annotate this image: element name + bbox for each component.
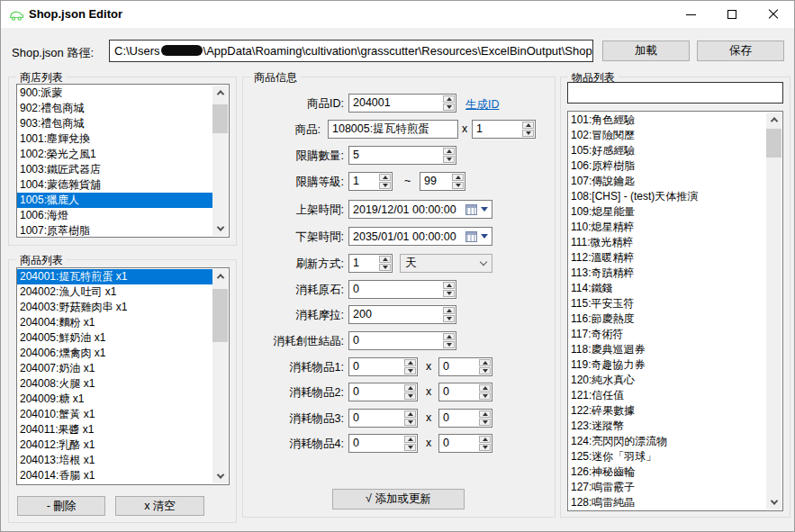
spin-down-button[interactable] — [379, 182, 391, 189]
list-item[interactable]: 204007:奶油 x1 — [17, 361, 213, 376]
spin-up-button[interactable] — [404, 359, 416, 366]
scroll-down-button[interactable] — [212, 469, 228, 483]
calendar-icon[interactable] — [465, 204, 477, 215]
scroll-up-button[interactable] — [212, 269, 228, 284]
list-item[interactable]: 902:禮包商城 — [17, 101, 213, 116]
list-item[interactable]: 128:鳴雷純晶 — [568, 495, 767, 510]
list-item[interactable]: 204011:果醬 x1 — [17, 422, 213, 437]
list-item[interactable]: 112:溫暖精粹 — [568, 250, 767, 266]
spin-up-button[interactable] — [443, 148, 455, 155]
list-item[interactable]: 110:熄星精粹 — [568, 220, 767, 235]
list-item[interactable]: 204004:麵粉 x1 — [17, 315, 213, 330]
spin-down-button[interactable] — [479, 367, 491, 374]
spin-down-button[interactable] — [443, 341, 455, 348]
minimize-button[interactable] — [670, 1, 711, 28]
save-button[interactable]: 保存 — [697, 41, 784, 61]
spin-down-button[interactable] — [452, 182, 464, 189]
spin-down-button[interactable] — [379, 264, 391, 271]
cost-crystal-spinner[interactable]: 0 — [348, 331, 456, 350]
spin-up-button[interactable] — [452, 174, 464, 181]
list-item[interactable]: 117:奇術符 — [568, 327, 767, 342]
goods-id-spinner[interactable]: 204001 — [348, 94, 456, 113]
list-item[interactable]: 126:神秘齒輪 — [568, 464, 767, 480]
spin-down-button[interactable] — [443, 104, 455, 111]
goods-listbox[interactable]: 204001:提瓦特煎蛋 x1204002:漁人吐司 x1204003:野菇雞肉… — [16, 267, 230, 485]
spin-up-button[interactable] — [443, 95, 455, 103]
spin-down-button[interactable] — [404, 419, 416, 426]
list-item[interactable]: 204009:糖 x1 — [17, 392, 213, 407]
spin-up-button[interactable] — [443, 333, 455, 340]
list-item[interactable]: 204003:野菇雞肉串 x1 — [17, 300, 213, 315]
list-item[interactable]: 204008:火腿 x1 — [17, 376, 213, 392]
list-item[interactable]: 204013:培根 x1 — [17, 453, 213, 468]
spin-down-button[interactable] — [522, 130, 534, 137]
cost-item-3-id-spinner[interactable]: 0 — [348, 409, 418, 428]
dropdown-arrow-icon[interactable] — [481, 207, 488, 212]
list-item[interactable]: 1005:獵鹿人 — [17, 193, 213, 208]
list-item[interactable]: 127:鳴雷霰子 — [568, 480, 767, 495]
list-item[interactable]: 204006:燻禽肉 x1 — [17, 346, 213, 361]
list-item[interactable]: 115:平安玉符 — [568, 296, 767, 311]
item-listbox[interactable]: 101:角色經驗102:冒險閱歷105:好感經驗106:原粹樹脂107:傳說鑰匙… — [567, 111, 783, 511]
list-item[interactable]: 108:[CHS] - (test)天体推演 — [568, 189, 767, 204]
scroll-up-button[interactable] — [212, 86, 228, 100]
add-or-update-button[interactable]: √ 添加或更新 — [332, 489, 465, 509]
load-button[interactable]: 加載 — [602, 41, 690, 61]
item-list-scrollbar[interactable] — [766, 113, 781, 509]
cost-item-1-count-spinner[interactable]: 0 — [438, 357, 492, 376]
list-item[interactable]: 1002:榮光之風1 — [17, 147, 213, 162]
scroll-thumb[interactable] — [766, 129, 781, 158]
spin-up-button[interactable] — [404, 436, 416, 443]
spin-up-button[interactable] — [479, 359, 491, 366]
list-item[interactable]: 125:迷你「羽球」 — [568, 449, 767, 464]
spin-up-button[interactable] — [443, 282, 455, 289]
goods-list-scrollbar[interactable] — [212, 269, 228, 483]
calendar-icon[interactable] — [465, 231, 477, 242]
list-item[interactable]: 900:派蒙 — [17, 86, 213, 101]
list-item[interactable]: 105:好感經驗 — [568, 143, 767, 158]
level-min-spinner[interactable]: 1 — [348, 172, 393, 191]
list-item[interactable]: 120:純水真心 — [568, 373, 767, 388]
cost-item-3-count-spinner[interactable]: 0 — [438, 409, 492, 428]
list-item[interactable]: 1003:鐵匠武器店 — [17, 162, 213, 177]
cost-item-4-count-spinner[interactable]: 0 — [438, 434, 492, 453]
end-time-datepicker[interactable]: 2035/01/01 00:00:00 — [348, 227, 492, 246]
list-item[interactable]: 124:亮閃閃的漂流物 — [568, 434, 767, 449]
spin-up-button[interactable] — [479, 384, 491, 392]
list-item[interactable]: 118:慶典巡迴券 — [568, 342, 767, 357]
list-item[interactable]: 114:鐵錢 — [568, 281, 767, 296]
list-item[interactable]: 204014:香腸 x1 — [17, 468, 213, 483]
spin-down-button[interactable] — [404, 367, 416, 374]
list-item[interactable]: 204012:乳酪 x1 — [17, 437, 213, 453]
list-item[interactable]: 109:熄星能量 — [568, 204, 767, 220]
shop-listbox[interactable]: 900:派蒙902:禮包商城903:禮包商城1001:塵輝兌換1002:榮光之風… — [16, 84, 230, 238]
scroll-thumb[interactable] — [212, 104, 228, 133]
cost-item-2-id-spinner[interactable]: 0 — [348, 383, 418, 401]
list-item[interactable]: 121:信任值 — [568, 388, 767, 403]
maximize-button[interactable] — [711, 1, 753, 28]
spin-up-button[interactable] — [479, 410, 491, 418]
spin-down-button[interactable] — [443, 156, 455, 163]
list-item[interactable]: 119:奇趣協力券 — [568, 357, 767, 373]
spin-up-button[interactable] — [379, 174, 391, 181]
list-item[interactable]: 1001:塵輝兌換 — [17, 131, 213, 147]
list-item[interactable]: 106:原粹樹脂 — [568, 158, 767, 174]
level-max-spinner[interactable]: 99 — [420, 172, 465, 191]
list-item[interactable]: 1004:蒙德雜貨舖 — [17, 177, 213, 193]
cost-mora-spinner[interactable]: 200 — [348, 305, 456, 324]
scroll-down-button[interactable] — [766, 495, 781, 509]
spin-up-button[interactable] — [522, 122, 534, 129]
generate-id-link[interactable]: 生成ID — [465, 97, 500, 113]
item-count-spinner[interactable]: 1 — [472, 120, 536, 139]
cost-item-1-id-spinner[interactable]: 0 — [348, 357, 418, 376]
spin-down-button[interactable] — [443, 315, 455, 322]
list-item[interactable]: 116:節慶熱度 — [568, 311, 767, 327]
buy-limit-spinner[interactable]: 5 — [348, 146, 456, 165]
cost-item-2-count-spinner[interactable]: 0 — [438, 383, 492, 401]
list-item[interactable]: 204001:提瓦特煎蛋 x1 — [17, 269, 213, 284]
spin-up-button[interactable] — [479, 436, 491, 443]
clear-goods-button[interactable]: x 清空 — [115, 496, 204, 516]
list-item[interactable]: 113:奇蹟精粹 — [568, 266, 767, 281]
list-item[interactable]: 122:碎果數據 — [568, 403, 767, 419]
item-search-input[interactable] — [567, 82, 783, 104]
